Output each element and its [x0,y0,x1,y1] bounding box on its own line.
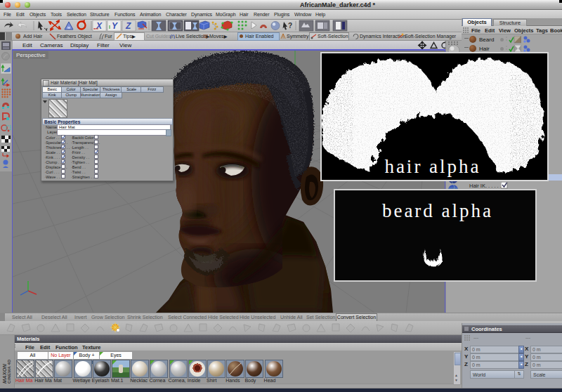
svg-text:hair alpha: hair alpha [384,156,481,177]
svg-text:?: ? [288,22,292,30]
svg-text:Y: Y [112,21,118,31]
svg-text:Z: Z [125,21,131,31]
svg-text:beard alpha: beard alpha [382,200,493,221]
svg-text:X: X [96,21,103,31]
